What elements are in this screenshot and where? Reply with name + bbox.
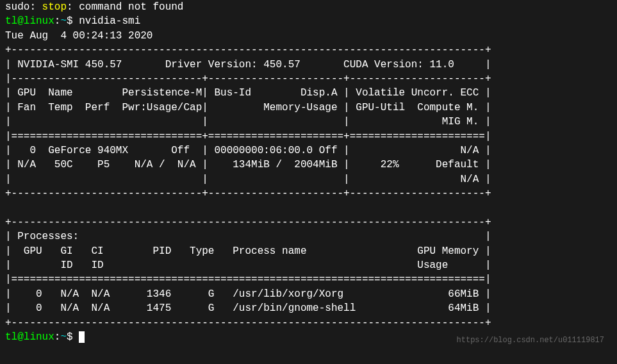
- watermark: https://blog.csdn.net/u011119817: [457, 335, 604, 346]
- proc-title: | Processes: |: [5, 231, 491, 242]
- prompt-path: ~: [60, 15, 67, 27]
- prompt-userhost-2: tl@linux: [5, 331, 54, 343]
- timestamp-line: Tue Aug 4 00:24:13 2020: [5, 30, 152, 42]
- proc-header2: | ID ID Usage |: [5, 260, 491, 271]
- smi-sep-inner: |-------------------------------+-------…: [5, 73, 491, 85]
- smi-header: | NVIDIA-SMI 450.57 Driver Version: 450.…: [5, 59, 491, 70]
- smi-col-header3: | | | MIG M. |: [5, 116, 491, 128]
- smi-gpu-row2: | N/A 50C P5 N/A / N/A | 134MiB / 2004Mi…: [5, 159, 491, 170]
- smi-sep-double: |===============================+=======…: [5, 131, 491, 142]
- sudo-error-cmd: stop: [42, 1, 67, 13]
- prompt-dollar: $: [67, 15, 79, 27]
- command-text: nvidia-smi: [79, 15, 140, 27]
- sudo-error-prefix: sudo:: [5, 1, 42, 13]
- proc-border-top: +---------------------------------------…: [5, 217, 491, 228]
- terminal-output[interactable]: sudo: stop: command not found tl@linux:~…: [0, 0, 617, 344]
- sudo-error-suffix: : command not found: [67, 1, 183, 13]
- smi-gpu-row3: | | | N/A |: [5, 174, 491, 185]
- proc-border-bot: +---------------------------------------…: [5, 317, 491, 329]
- proc-row1: | 0 N/A N/A 1346 G /usr/lib/xorg/Xorg 66…: [5, 288, 491, 300]
- smi-gpu-row1: | 0 GeForce 940MX Off | 00000000:06:00.0…: [5, 145, 491, 156]
- smi-border-top: +---------------------------------------…: [5, 44, 491, 56]
- prompt-sep: :: [54, 15, 61, 27]
- smi-border-bot: +-------------------------------+-------…: [5, 188, 491, 199]
- prompt-userhost: tl@linux: [5, 15, 54, 27]
- cursor[interactable]: [79, 331, 85, 343]
- proc-header1: | GPU GI CI PID Type Process name GPU Me…: [5, 245, 491, 257]
- smi-col-header2: | Fan Temp Perf Pwr:Usage/Cap| Memory-Us…: [5, 102, 491, 113]
- proc-row2: | 0 N/A N/A 1475 G /usr/bin/gnome-shell …: [5, 302, 491, 314]
- proc-sep: |=======================================…: [5, 274, 491, 285]
- smi-col-header1: | GPU Name Persistence-M| Bus-Id Disp.A …: [5, 87, 491, 99]
